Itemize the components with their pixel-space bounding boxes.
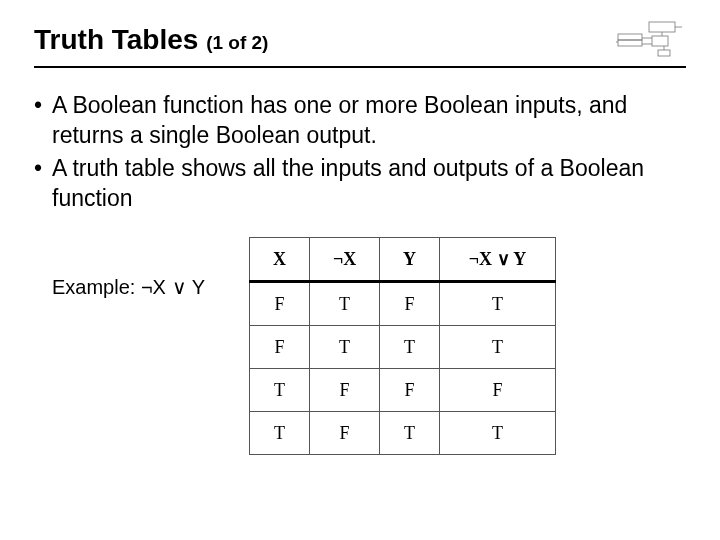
cell-y: F xyxy=(380,369,440,412)
cell-notx: T xyxy=(310,326,380,369)
table-row: F T F T xyxy=(250,282,556,326)
cell-y: F xyxy=(380,282,440,326)
cell-notx: F xyxy=(310,412,380,455)
cell-result: T xyxy=(440,282,556,326)
cell-y: T xyxy=(380,326,440,369)
truth-table: X ¬X Y ¬X ∨ Y F T F T F T T T xyxy=(249,237,556,455)
slide-title: Truth Tables (1 of 2) xyxy=(34,24,268,56)
table-row: T F F F xyxy=(250,369,556,412)
cell-x: F xyxy=(250,326,310,369)
svg-rect-1 xyxy=(618,34,642,40)
svg-rect-4 xyxy=(658,50,670,56)
svg-rect-3 xyxy=(652,36,668,46)
example-prefix: Example: xyxy=(52,276,141,298)
example-row: Example: ¬X ∨ Y X ¬X Y ¬X ∨ Y F T F T xyxy=(34,237,686,455)
cell-x: T xyxy=(250,412,310,455)
svg-rect-2 xyxy=(618,40,642,46)
svg-rect-0 xyxy=(649,22,675,32)
bullet-item: A Boolean function has one or more Boole… xyxy=(52,90,686,151)
cell-result: T xyxy=(440,326,556,369)
cell-result: F xyxy=(440,369,556,412)
cell-x: F xyxy=(250,282,310,326)
cell-notx: T xyxy=(310,282,380,326)
example-label: Example: ¬X ∨ Y xyxy=(52,275,205,299)
title-sub: (1 of 2) xyxy=(206,32,268,53)
cell-x: T xyxy=(250,369,310,412)
bullet-list: A Boolean function has one or more Boole… xyxy=(34,90,686,213)
title-main: Truth Tables xyxy=(34,24,198,55)
table-row: F T T T xyxy=(250,326,556,369)
cell-result: T xyxy=(440,412,556,455)
col-header-y: Y xyxy=(380,238,440,282)
table-header-row: X ¬X Y ¬X ∨ Y xyxy=(250,238,556,282)
cpu-diagram-icon xyxy=(616,20,684,60)
title-row: Truth Tables (1 of 2) xyxy=(34,20,686,68)
cell-notx: F xyxy=(310,369,380,412)
example-expression: ¬X ∨ Y xyxy=(141,276,205,298)
slide: Truth Tables (1 of 2) A Boolean function… xyxy=(0,0,720,455)
col-header-result: ¬X ∨ Y xyxy=(440,238,556,282)
col-header-x: X xyxy=(250,238,310,282)
table-row: T F T T xyxy=(250,412,556,455)
bullet-item: A truth table shows all the inputs and o… xyxy=(52,153,686,214)
cell-y: T xyxy=(380,412,440,455)
col-header-notx: ¬X xyxy=(310,238,380,282)
